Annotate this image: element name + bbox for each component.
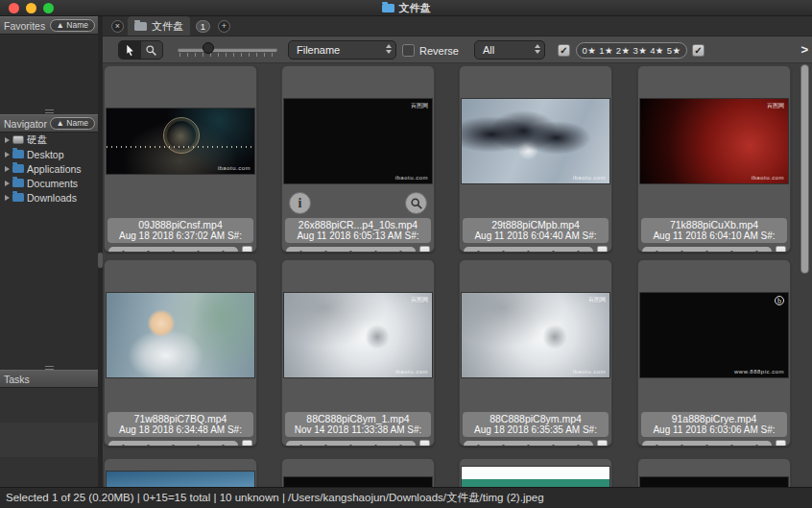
- file-name: 26x888piCR...p4_10s.mp4: [285, 219, 431, 230]
- thumbnail-size-slider[interactable]: [178, 40, 277, 60]
- video-thumbnail[interactable]: [284, 477, 432, 487]
- slider-knob[interactable]: [203, 42, 214, 54]
- sort-by-value: Filename: [297, 44, 340, 56]
- thumb-watermark: ibaotu.com: [752, 175, 784, 181]
- video-thumbnail[interactable]: b www.888pic.com: [640, 293, 788, 377]
- file-card[interactable]: 百图网 ibaotu.com 71k888piCuXb.mp4 Aug 11 2…: [637, 65, 791, 253]
- favorites-sort-button[interactable]: ▲ Name: [50, 19, 95, 32]
- file-card[interactable]: [637, 458, 791, 487]
- file-name: 91a888piCrye.mp4: [641, 413, 787, 424]
- rating-enable-checkbox[interactable]: [558, 44, 570, 57]
- file-card[interactable]: [281, 458, 435, 487]
- disclosure-triangle-icon[interactable]: [5, 152, 10, 157]
- file-card[interactable]: [104, 458, 257, 487]
- tab-folder-icon: [134, 22, 147, 31]
- toolbar-overflow-icon[interactable]: >: [800, 42, 808, 57]
- zoom-window-button[interactable]: [43, 3, 54, 13]
- sidebar-item-label: Documents: [27, 178, 78, 189]
- sidebar-item-desktop[interactable]: Desktop: [0, 147, 98, 161]
- rating-slider[interactable]: [108, 441, 238, 448]
- add-tab-icon[interactable]: [218, 20, 230, 33]
- sidebar-item-applications[interactable]: Applications: [0, 161, 98, 176]
- favorites-list[interactable]: [0, 35, 98, 111]
- video-thumbnail[interactable]: ibaotu.com: [462, 99, 609, 183]
- thumb-watermark: ibaotu.com: [218, 165, 251, 171]
- file-card[interactable]: ibaotu.com 29t888piCMpb.mp4 Aug 11 2018 …: [459, 65, 612, 253]
- reverse-label: Reverse: [419, 45, 459, 57]
- file-card[interactable]: 71w888piC7BQ.mp4 Aug 18 2018 6:34:48 AM …: [104, 259, 257, 447]
- toolbar: Filename Reverse All 0★ 1★ 2★ 3★ 4★ 5★ >: [103, 36, 812, 63]
- file-card[interactable]: 百图网 ibaotu.com 88C888piC8ym_1.mp4 Nov 14…: [281, 259, 435, 447]
- status-bar: Selected 1 of 25 (0.20MB) | 0+15=15 tota…: [0, 487, 812, 508]
- disclosure-triangle-icon[interactable]: [5, 195, 10, 201]
- video-thumbnail[interactable]: 百图网 ibaotu.com: [640, 99, 788, 183]
- dropdown-arrows-icon: [386, 44, 392, 54]
- item-checkbox[interactable]: [419, 246, 430, 253]
- item-checkbox[interactable]: [419, 440, 430, 447]
- rating-slider[interactable]: [464, 247, 593, 254]
- thumb-logo: b: [775, 296, 784, 305]
- select-tool-button[interactable]: [119, 41, 141, 59]
- video-thumbnail[interactable]: [640, 477, 788, 487]
- tasks-list: [0, 388, 98, 487]
- navigator-label: Navigator: [4, 118, 47, 130]
- navigator-resize-grip[interactable]: [45, 109, 54, 113]
- item-checkbox[interactable]: [597, 246, 608, 253]
- item-checkbox[interactable]: [242, 440, 252, 447]
- video-thumbnail[interactable]: [462, 467, 609, 487]
- rating-slider[interactable]: [464, 441, 593, 448]
- video-thumbnail[interactable]: 百图网 ibaotu.com: [284, 293, 432, 377]
- file-card[interactable]: 百图网 ibaotu.com 88C888piC8ym.mp4 Aug 18 2…: [459, 259, 612, 447]
- disclosure-triangle-icon[interactable]: [5, 181, 10, 186]
- thumb-logo: 百图网: [588, 296, 606, 304]
- tab-label: 文件盘: [152, 19, 183, 34]
- rating-slider[interactable]: [286, 441, 416, 448]
- file-card[interactable]: [459, 458, 612, 487]
- video-thumbnail[interactable]: 百图网 ibaotu.com: [462, 293, 609, 377]
- thumb-watermark: ibaotu.com: [395, 175, 428, 181]
- close-window-button[interactable]: [9, 3, 19, 13]
- magnify-tool-button[interactable]: [141, 41, 163, 59]
- video-thumbnail[interactable]: [107, 293, 254, 377]
- file-card[interactable]: b www.888pic.com 91a888piCrye.mp4 Aug 11…: [637, 259, 791, 447]
- preview-zoom-button[interactable]: [405, 192, 427, 214]
- reverse-checkbox[interactable]: [402, 44, 415, 57]
- label-enable-checkbox[interactable]: [692, 44, 705, 57]
- disclosure-triangle-icon[interactable]: [5, 137, 10, 143]
- minimize-window-button[interactable]: [26, 3, 36, 13]
- navigator-sort-button[interactable]: ▲ Name: [50, 117, 95, 130]
- item-checkbox[interactable]: [776, 246, 786, 253]
- file-card[interactable]: ibaotu.com 09J888piCnsf.mp4 Aug 18 2018 …: [104, 65, 257, 253]
- sort-by-dropdown[interactable]: Filename: [288, 40, 396, 60]
- item-checkbox[interactable]: [242, 246, 252, 253]
- rating-slider[interactable]: [642, 441, 772, 448]
- file-date: Nov 14 2018 11:33:38 AM S#:: [285, 424, 431, 436]
- rating-filter[interactable]: 0★ 1★ 2★ 3★ 4★ 5★: [576, 42, 687, 59]
- file-card-selected[interactable]: 百图网 ibaotu.com 26x888piCR...p4_10s.mp4 A…: [281, 65, 435, 253]
- info-button[interactable]: [289, 192, 311, 214]
- file-date: Aug 11 2018 6:04:10 AM S#:: [641, 230, 787, 242]
- video-thumbnail[interactable]: [107, 472, 254, 487]
- rating-slider[interactable]: [642, 247, 772, 254]
- filter-dropdown[interactable]: All: [474, 40, 545, 60]
- window-title: 文件盘: [399, 1, 431, 15]
- dropdown-arrows-icon: [535, 44, 540, 54]
- disclosure-triangle-icon[interactable]: [5, 166, 10, 172]
- filter-value: All: [483, 44, 494, 56]
- video-thumbnail[interactable]: 百图网 ibaotu.com: [284, 99, 432, 183]
- video-thumbnail[interactable]: ibaotu.com: [107, 109, 254, 174]
- thumb-watermark: ibaotu.com: [395, 369, 428, 375]
- vertical-scrollbar-thumb[interactable]: [800, 64, 809, 274]
- rating-slider[interactable]: [286, 247, 416, 254]
- file-caption: 29t888piCMpb.mp4 Aug 11 2018 6:04:40 AM …: [463, 218, 609, 243]
- sidebar-item-harddisk[interactable]: 硬盘: [0, 133, 98, 147]
- tab-active[interactable]: 文件盘: [128, 16, 190, 36]
- rating-slider[interactable]: [108, 247, 238, 254]
- item-checkbox[interactable]: [776, 440, 786, 447]
- traffic-lights: [9, 3, 54, 13]
- item-checkbox[interactable]: [597, 440, 608, 447]
- sidebar-item-documents[interactable]: Documents: [0, 176, 98, 190]
- file-date: Aug 11 2018 6:03:06 AM S#:: [641, 424, 787, 436]
- close-tab-icon[interactable]: [111, 20, 124, 33]
- sidebar-item-downloads[interactable]: Downloads: [0, 190, 98, 205]
